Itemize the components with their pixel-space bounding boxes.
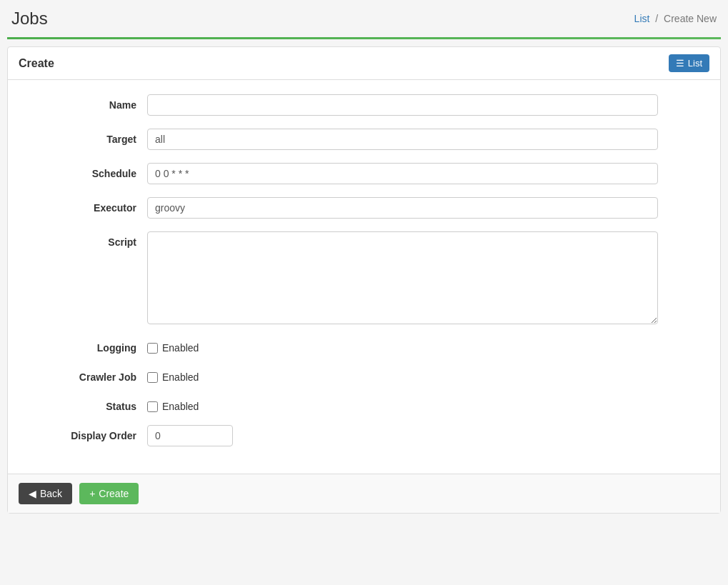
card-footer: ◀ Back + Create	[8, 474, 720, 513]
target-input[interactable]	[147, 129, 658, 150]
crawler-job-checkbox[interactable]	[147, 372, 158, 383]
status-label: Status	[19, 396, 147, 412]
create-button[interactable]: + Create	[79, 483, 139, 504]
crawler-job-label: Crawler Job	[19, 366, 147, 383]
name-input[interactable]	[147, 94, 658, 116]
create-button-label: Create	[99, 488, 129, 499]
page-header: Jobs List / Create New	[0, 0, 728, 37]
status-checkbox-label: Enabled	[162, 401, 199, 412]
page-title: Jobs	[11, 9, 48, 29]
back-button-label: Back	[40, 488, 62, 499]
script-textarea[interactable]	[147, 231, 658, 324]
crawler-job-checkbox-group: Enabled	[147, 366, 199, 383]
card-body: Name Target Schedule Executor Script Log…	[8, 80, 720, 474]
display-order-input[interactable]	[147, 425, 233, 446]
crawler-job-checkbox-label: Enabled	[162, 371, 199, 383]
create-card: Create ☰ List Name Target Schedule Execu…	[7, 46, 721, 514]
list-icon: ☰	[676, 58, 684, 69]
logging-field-group: Logging Enabled	[19, 337, 709, 354]
breadcrumb-current: Create New	[664, 13, 717, 24]
schedule-input[interactable]	[147, 163, 658, 184]
breadcrumb-separator: /	[655, 13, 658, 24]
card-header: Create ☰ List	[8, 47, 720, 80]
executor-field-group: Executor	[19, 197, 709, 219]
crawler-job-field-group: Crawler Job Enabled	[19, 366, 709, 383]
executor-input[interactable]	[147, 197, 658, 219]
list-button-label: List	[688, 58, 702, 69]
logging-checkbox[interactable]	[147, 343, 158, 354]
top-border	[7, 37, 721, 39]
status-field-group: Status Enabled	[19, 396, 709, 412]
logging-label: Logging	[19, 337, 147, 354]
back-button[interactable]: ◀ Back	[19, 483, 72, 504]
script-label: Script	[19, 231, 147, 248]
executor-label: Executor	[19, 197, 147, 214]
display-order-label: Display Order	[19, 425, 147, 441]
display-order-field-group: Display Order	[19, 425, 709, 446]
schedule-field-group: Schedule	[19, 163, 709, 184]
breadcrumb-list-link[interactable]: List	[634, 13, 650, 24]
logging-checkbox-label: Enabled	[162, 342, 199, 354]
name-label: Name	[19, 94, 147, 111]
status-checkbox[interactable]	[147, 401, 158, 412]
breadcrumb: List / Create New	[634, 13, 717, 24]
logging-checkbox-group: Enabled	[147, 337, 199, 354]
create-icon: +	[89, 488, 95, 499]
card-title: Create	[19, 57, 54, 70]
status-checkbox-group: Enabled	[147, 396, 199, 412]
back-icon: ◀	[29, 488, 36, 499]
list-button[interactable]: ☰ List	[669, 54, 709, 72]
script-field-group: Script	[19, 231, 709, 324]
name-field-group: Name	[19, 94, 709, 116]
target-label: Target	[19, 129, 147, 145]
target-field-group: Target	[19, 129, 709, 150]
schedule-label: Schedule	[19, 163, 147, 179]
